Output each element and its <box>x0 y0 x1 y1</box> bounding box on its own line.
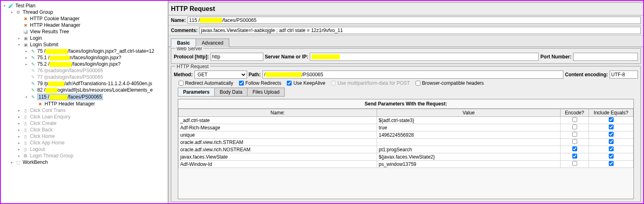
tree-login[interactable]: Login <box>15 35 168 41</box>
tree-root[interactable]: Test Plan <box>1 2 168 9</box>
expand-icon[interactable] <box>17 141 21 145</box>
tree-sub-header-mgr[interactable]: HTTP Header Manager <box>30 101 168 107</box>
subtab-files-upload[interactable]: Files Upload <box>247 88 285 97</box>
col-name[interactable]: Name: <box>179 109 377 117</box>
tree-logout[interactable]: Logout <box>15 146 168 152</box>
expand-icon[interactable] <box>17 43 21 47</box>
table-row[interactable]: javax.faces.ViewState${javax.faces.ViewS… <box>179 153 633 161</box>
tree-req-75-2[interactable]: 75.2 //faces/login/login.jspx? <box>23 61 168 67</box>
tree-workbench[interactable]: WorkBench <box>8 159 168 165</box>
comments-input[interactable] <box>199 27 641 34</box>
cell-name[interactable]: oracle.adf.view.rich.STREAM <box>179 139 377 146</box>
tree-click-home[interactable]: Click Home <box>15 133 168 140</box>
cell-equals[interactable] <box>589 146 633 153</box>
cell-name[interactable]: oracle.adf.view.rich.NOSTREAM <box>179 146 377 153</box>
port-input[interactable] <box>573 53 638 61</box>
tree-click-app-home[interactable]: Click App Home <box>15 140 168 146</box>
expand-icon[interactable] <box>24 95 28 99</box>
subtab-body-data[interactable]: Body Data <box>214 88 247 97</box>
cell-encode[interactable] <box>561 124 589 131</box>
cell-value[interactable]: pt1:progSearch <box>377 146 561 153</box>
col-value[interactable]: Value <box>377 109 561 117</box>
tree-req-82[interactable]: 82 /ogin/adf/jsLibs/resources/LocaleElem… <box>23 87 168 93</box>
expand-icon[interactable] <box>17 147 21 151</box>
cell-equals[interactable] <box>589 124 633 131</box>
cell-encode[interactable] <box>561 117 589 124</box>
subtab-parameters[interactable]: Parameters <box>178 88 215 97</box>
tree-click-cont[interactable]: Click Cont Trans <box>15 107 168 114</box>
table-row[interactable]: Adf-Window-Idps_window13759 <box>179 161 633 168</box>
chk-follow-redirects[interactable]: Follow Redirects <box>239 80 281 86</box>
table-row[interactable]: Adf-Rich-Messagetrue <box>179 124 633 131</box>
name-row: Name: 115 //faces/PS00065 <box>168 15 643 26</box>
tree-click-loan[interactable]: Click Loan Enquiry <box>15 114 168 120</box>
tree-cookie-mgr[interactable]: HTTP Cookie Manager <box>15 15 168 22</box>
table-row[interactable]: unique1496224556928 <box>179 131 633 139</box>
cell-encode[interactable] <box>561 153 589 161</box>
table-row[interactable]: oracle.adf.view.rich.STREAM <box>179 139 633 146</box>
cell-encode[interactable] <box>561 139 589 146</box>
path-input[interactable]: //PS00065 <box>262 71 563 79</box>
tree-req-77[interactable]: 77 /psadslogin/faces/PS00065 <box>23 74 168 80</box>
name-input[interactable]: 115 //faces/PS00065 <box>188 17 641 24</box>
protocol-input[interactable] <box>211 53 263 61</box>
chk-browser-compat[interactable]: Browser-compatible headers <box>416 80 484 86</box>
tree-login-submit[interactable]: Login Submit <box>15 41 168 48</box>
expand-icon[interactable] <box>17 121 21 125</box>
cell-equals[interactable] <box>589 139 633 146</box>
cell-equals[interactable] <box>589 153 633 161</box>
expand-icon[interactable] <box>17 154 21 158</box>
tree-login-thread[interactable]: Login Thread Group <box>15 152 168 159</box>
expand-icon[interactable] <box>17 115 21 119</box>
cell-value[interactable] <box>377 139 561 146</box>
cell-encode[interactable] <box>561 161 589 168</box>
expand-icon[interactable] <box>10 10 14 14</box>
cell-equals[interactable] <box>589 161 633 168</box>
cell-encode[interactable] <box>561 131 589 139</box>
expand-icon[interactable] <box>24 56 28 60</box>
tree-click-create[interactable]: Click Create <box>15 120 168 127</box>
tree-thread-group[interactable]: Thread Group <box>8 9 168 15</box>
cell-value[interactable]: ${adf.ctrl-state3} <box>377 117 561 124</box>
tree-click-back[interactable]: Click Back <box>15 127 168 133</box>
expand-icon[interactable] <box>17 108 21 112</box>
parameters-table[interactable]: Name: Value Encode? Include Equals? _adf… <box>178 109 633 168</box>
tree-header-mgr[interactable]: HTTP Header Manager <box>15 22 168 28</box>
cell-encode[interactable] <box>561 146 589 153</box>
expand-icon[interactable] <box>17 128 21 132</box>
cell-value[interactable]: ps_window13759 <box>377 161 561 168</box>
expand-icon[interactable] <box>24 62 28 66</box>
tree-req-79[interactable]: 79 /p/afr/AdfTranslations-11.1.2.4.0-405… <box>23 80 168 87</box>
tree-req-75[interactable]: 75 //faces/login/login.jspx?_adf.ctrl-st… <box>23 48 168 54</box>
cell-name[interactable]: unique <box>179 131 377 139</box>
col-equals[interactable]: Include Equals? <box>589 109 633 117</box>
cell-equals[interactable] <box>589 117 633 124</box>
tab-basic[interactable]: Basic <box>171 39 196 47</box>
col-encode[interactable]: Encode? <box>561 109 589 117</box>
cell-value[interactable]: true <box>377 124 561 131</box>
config-tabs: Basic Advanced <box>168 36 643 47</box>
tree-req-115[interactable]: 115 //faces/PS00065 <box>23 93 168 101</box>
cell-value[interactable]: ${javax.faces.ViewState2} <box>377 153 561 161</box>
expand-icon[interactable] <box>24 49 28 53</box>
tree-req-75-1[interactable]: 75.1 /n/faces/login/login.jspx? <box>23 54 168 61</box>
tree-view-results[interactable]: View Results Tree <box>15 28 168 35</box>
encoding-input[interactable] <box>610 71 638 79</box>
expand-icon[interactable] <box>17 36 21 40</box>
expand-icon[interactable] <box>2 4 6 8</box>
chk-keepalive[interactable]: Use KeepAlive <box>287 80 325 86</box>
expand-icon[interactable] <box>10 160 14 164</box>
table-row[interactable]: oracle.adf.view.rich.NOSTREAMpt1:progSea… <box>179 146 633 153</box>
cell-name[interactable]: Adf-Window-Id <box>179 161 377 168</box>
method-select[interactable]: GET <box>194 71 247 79</box>
cell-name[interactable]: javax.faces.ViewState <box>179 153 377 161</box>
cell-name[interactable]: _adf.ctrl-state <box>179 117 377 124</box>
cell-equals[interactable] <box>589 131 633 139</box>
tree-req-76[interactable]: 76 /psadslogin/faces/PS00065 <box>23 67 168 74</box>
expand-icon[interactable] <box>17 134 21 138</box>
table-row[interactable]: _adf.ctrl-state${adf.ctrl-state3} <box>179 117 633 124</box>
cell-name[interactable]: Adf-Rich-Message <box>179 124 377 131</box>
server-input[interactable] <box>310 53 539 61</box>
chk-redirect-auto[interactable]: Redirect Automatically <box>179 80 233 86</box>
cell-value[interactable]: 1496224556928 <box>377 131 561 139</box>
